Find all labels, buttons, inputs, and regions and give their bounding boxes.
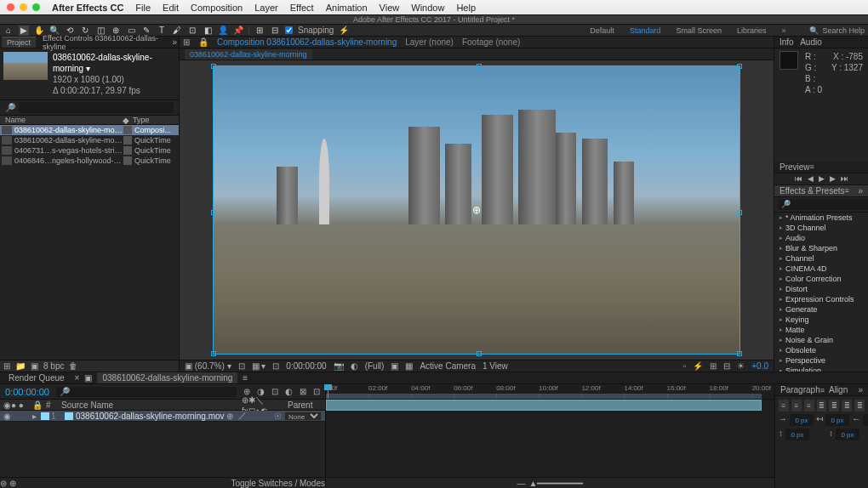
timeline-btn[interactable]: ⊞ xyxy=(710,361,717,371)
first-frame-btn[interactable]: ⏮ xyxy=(795,174,802,183)
align-center-btn[interactable]: ≡ xyxy=(791,400,802,411)
col-name[interactable]: Name xyxy=(5,116,123,124)
tab-audio[interactable]: Audio xyxy=(800,37,822,47)
col-tag[interactable]: ◆ xyxy=(123,116,133,125)
effect-category[interactable]: * Animation Presets xyxy=(774,213,868,223)
effect-category[interactable]: Perspective xyxy=(774,355,868,366)
fast-previews-btn[interactable]: ⚡ xyxy=(693,361,703,371)
prev-frame-btn[interactable]: ◀ xyxy=(808,174,814,183)
tl-opt5[interactable]: ⊠ xyxy=(300,387,306,396)
timeline-layer-row[interactable]: ◉ ▸ 1 038610062-dallas-skyline-morning.m… xyxy=(0,411,325,422)
selection-tool[interactable]: ▶ xyxy=(19,26,29,36)
effect-category[interactable]: Keying xyxy=(774,315,868,325)
menu-window[interactable]: Window xyxy=(411,3,444,13)
flowchart-btn[interactable]: ⊟ xyxy=(723,361,730,371)
exposure[interactable]: +0.0 xyxy=(751,361,768,371)
justify-last-right-btn[interactable]: ≣ xyxy=(842,400,852,411)
tab-comp-timeline[interactable]: 038610062-dallas-skyline-morning xyxy=(97,372,237,383)
layer-name[interactable]: 038610062-dallas-skyline-morning.mov xyxy=(76,411,226,421)
trash-btn[interactable]: 🗑 xyxy=(69,361,77,371)
effect-category[interactable]: Distort xyxy=(774,284,868,294)
roi-btn[interactable]: ▣ xyxy=(391,361,398,371)
effect-category[interactable]: Channel xyxy=(774,253,868,264)
time-ruler[interactable]: :00f02:00f04:00f06:00f08:00f10:00f12:00f… xyxy=(326,384,774,400)
lock-icon[interactable]: 🔒 xyxy=(198,37,208,47)
effect-category[interactable]: Obsolete xyxy=(774,345,868,355)
effect-category[interactable]: 3D Channel xyxy=(774,223,868,233)
clone-tool[interactable]: ⊡ xyxy=(187,26,197,36)
tab-effects[interactable]: Effects & Presets xyxy=(779,186,845,196)
local-axis[interactable]: ⊞ xyxy=(254,26,265,36)
space-before[interactable] xyxy=(785,428,809,440)
asset-row[interactable]: 0406731…s-vegas-hotels-strip-night.movQu… xyxy=(0,145,179,156)
zoom-slider[interactable]: ▲━━━━━━━━━ xyxy=(529,479,584,488)
comp-btn[interactable]: ▣ xyxy=(31,361,38,371)
indent-first[interactable] xyxy=(825,414,849,426)
menu-animation[interactable]: Animation xyxy=(326,3,368,13)
ws-libraries[interactable]: Libraries xyxy=(737,26,767,35)
play-btn[interactable]: ▶ xyxy=(819,174,825,183)
folder-btn[interactable]: 📁 xyxy=(15,361,26,371)
app-menu[interactable]: After Effects CC xyxy=(52,3,123,13)
brush-tool[interactable]: 🖌 xyxy=(172,26,182,36)
track-area[interactable] xyxy=(326,400,774,477)
tab-layer[interactable]: Layer (none) xyxy=(405,37,454,47)
justify-all-btn[interactable]: ≣ xyxy=(854,400,865,411)
menu-effect[interactable]: Effect xyxy=(290,3,314,13)
effect-category[interactable]: CINEMA 4D xyxy=(774,264,868,274)
snap-opts[interactable]: ⚡ xyxy=(339,26,349,36)
effect-category[interactable]: Simulation xyxy=(774,366,868,372)
tab-preview[interactable]: Preview xyxy=(779,162,810,172)
snapping-check[interactable] xyxy=(285,26,293,34)
align-right-btn[interactable]: ≡ xyxy=(804,400,814,411)
grid-btn[interactable]: ▦ ▾ xyxy=(252,361,266,371)
max-dot[interactable] xyxy=(32,3,40,11)
puppet-tool[interactable]: 📌 xyxy=(233,26,243,36)
ws-small[interactable]: Small Screen xyxy=(676,26,722,35)
ws-default[interactable]: Default xyxy=(590,26,614,35)
bpc-btn[interactable]: 8 bpc xyxy=(43,361,64,371)
effects-search[interactable] xyxy=(778,199,868,210)
tab-info[interactable]: Info xyxy=(779,37,794,47)
asset-row[interactable]: 038610062-dallas-skyline-morningComposi.… xyxy=(0,125,179,135)
col-parent[interactable]: Parent xyxy=(288,400,322,410)
panel-menu-icon[interactable]: ≡ xyxy=(243,373,248,383)
panel-expand[interactable]: » xyxy=(858,186,863,196)
col-source[interactable]: Source Name xyxy=(61,400,238,410)
effect-category[interactable]: Expression Controls xyxy=(774,294,868,304)
zoom-dropdown[interactable]: ▣ (60.7%) ▾ xyxy=(185,361,231,371)
tab-footage[interactable]: Footage (none) xyxy=(462,37,520,47)
world-axis[interactable]: ⊟ xyxy=(270,26,280,36)
visibility-toggle[interactable]: ◉ xyxy=(3,411,14,421)
transparency-btn[interactable]: ▦ xyxy=(405,361,413,371)
menu-edit[interactable]: Edit xyxy=(163,3,179,13)
layer-duration-bar[interactable] xyxy=(326,400,762,411)
comp-breadcrumb[interactable]: 038610062-dallas-skyline-morning xyxy=(185,49,312,60)
effect-category[interactable]: Generate xyxy=(774,304,868,315)
timecode[interactable]: 0:00:00:00 xyxy=(5,387,49,397)
camera-dropdown[interactable]: Active Camera xyxy=(420,361,476,371)
flowchart-icon[interactable]: ⊞ xyxy=(183,37,190,47)
menu-file[interactable]: File xyxy=(135,3,151,13)
tab-paragraph[interactable]: Paragraph xyxy=(780,385,820,394)
tl-opt6[interactable]: ⊡ xyxy=(313,387,320,396)
tab-project[interactable]: Project xyxy=(2,37,36,48)
composition-viewport[interactable]: ⊕ xyxy=(180,60,774,360)
interpret-btn[interactable]: ⊞ xyxy=(3,361,10,371)
tab-render-queue[interactable]: Render Queue xyxy=(3,372,70,383)
views-dropdown[interactable]: 1 View xyxy=(483,361,508,371)
toggle-switches[interactable]: Toggle Switches / Modes xyxy=(231,479,325,488)
window-controls[interactable] xyxy=(7,3,40,11)
timeline-search[interactable] xyxy=(56,387,237,397)
expand-btn[interactable]: ⊜ ⊕ xyxy=(0,479,16,488)
next-frame-btn[interactable]: ▶ xyxy=(830,174,836,183)
menu-help[interactable]: Help xyxy=(456,3,476,13)
effect-category[interactable]: Matte xyxy=(774,325,868,335)
align-left-btn[interactable]: ≡ xyxy=(779,400,789,411)
res-dropdown[interactable]: (Full) xyxy=(365,361,385,371)
justify-last-center-btn[interactable]: ≣ xyxy=(829,400,839,411)
effect-category[interactable]: Color Correction xyxy=(774,274,868,284)
close-dot[interactable] xyxy=(7,3,14,11)
tab-composition[interactable]: Composition 038610062-dallas-skyline-mor… xyxy=(217,37,397,47)
render-btn[interactable]: ☀ xyxy=(737,361,745,371)
